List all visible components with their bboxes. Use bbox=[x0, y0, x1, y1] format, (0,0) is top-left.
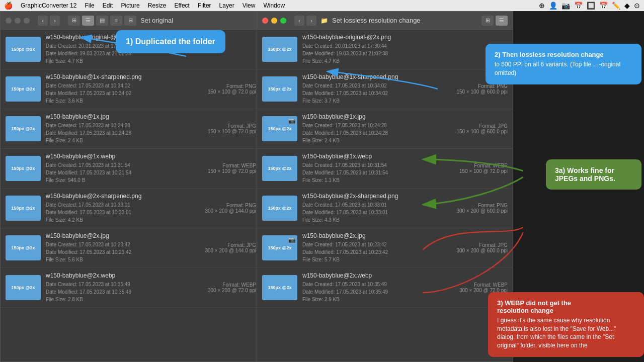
minimize-button-left[interactable] bbox=[15, 18, 21, 24]
menu-app[interactable]: GraphicConverter 12 bbox=[21, 2, 76, 9]
file-item[interactable]: 150px @2xw150-babyblue@1x.webpDate Creat… bbox=[1, 149, 261, 189]
file-metadata: Date Created: 17.05.2023 at 10:31:54 Dat… bbox=[46, 161, 186, 184]
file-item[interactable]: 150px @2xw150-babyblue@1x.webpDate Creat… bbox=[257, 149, 513, 189]
detail-view-left[interactable]: ≡ bbox=[110, 16, 122, 26]
file-info: w150-babyblue@1x.webpDate Created: 17.05… bbox=[302, 153, 437, 184]
apple-menu[interactable]: 🍎 bbox=[4, 2, 13, 10]
close-button-right[interactable] bbox=[262, 18, 268, 24]
menubar: 🍎 GraphicConverter 12 File Edit Picture … bbox=[0, 0, 644, 11]
callout-resolution-title: 2) Then lossless resolution change bbox=[495, 51, 632, 58]
file-item[interactable]: 150px @2xw150-babyblue@2x-sharpened.pngD… bbox=[1, 189, 261, 228]
file-metadata: Date Created: 17.05.2023 at 10:24:28 Dat… bbox=[302, 122, 437, 144]
file-item[interactable]: 150px @2xw150-babyblue@1x.jpgDate Create… bbox=[1, 109, 261, 149]
file-item[interactable]: 150px @2x📷w150-babyblue@1x.jpgDate Creat… bbox=[257, 109, 513, 149]
file-metadata: Date Created: 17.05.2023 at 10:31:54 Dat… bbox=[302, 161, 437, 184]
callout-resolution: 2) Then lossless resolution change to 60… bbox=[486, 44, 641, 84]
file-format: Format: PNG 150 × 100 @ 72.0 ppi bbox=[191, 83, 256, 95]
windows-container: ‹ › ⊞ ☰ ▤ ≡ ⊟ Set original 150px @2xw150… bbox=[0, 11, 644, 362]
menu-resize[interactable]: Resize bbox=[148, 2, 167, 9]
list-view-left[interactable]: ☰ bbox=[82, 16, 94, 26]
menu-picture[interactable]: Picture bbox=[121, 2, 139, 9]
file-thumbnail: 150px @2x bbox=[6, 196, 41, 221]
callout-webp-title: 3) WEBP did not get the resolution chang… bbox=[497, 299, 635, 314]
forward-button-right[interactable]: › bbox=[306, 16, 316, 26]
file-name: w150-babyblue@2x-sharpened.png bbox=[46, 193, 186, 200]
file-format: Format: JPG 300 × 200 @ 144.0 ppi bbox=[191, 242, 256, 253]
file-name: w150-babyblue@2x.webp bbox=[302, 272, 437, 279]
file-item[interactable]: 150px @2xw150-babyblue@2x.webpDate Creat… bbox=[1, 268, 261, 308]
file-name: w150-babyblue@1x.jpg bbox=[46, 113, 186, 120]
menu-file[interactable]: File bbox=[85, 2, 94, 9]
file-item[interactable]: 150px @2xw150-babyblue@2x.webpDate Creat… bbox=[257, 268, 513, 308]
menu-window[interactable]: Window bbox=[263, 2, 285, 9]
file-thumbnail: 150px @2x bbox=[6, 275, 41, 300]
window-title-right: Set lossless resolution change bbox=[332, 17, 421, 24]
file-format: Format: JPG 150 × 100 @ 72.0 ppi bbox=[191, 123, 256, 134]
file-item[interactable]: 150px @2x📷w150-babyblue@2x.jpgDate Creat… bbox=[257, 228, 513, 268]
file-name: w150-babyblue@1x.webp bbox=[302, 153, 437, 160]
file-metadata: Date Created: 17.05.2023 at 10:34:02 Dat… bbox=[302, 82, 437, 105]
file-metadata: Date Created: 17.05.2023 at 10:23:42 Dat… bbox=[302, 241, 437, 263]
file-info: w150-babyblue@1x-sharpened.pngDate Creat… bbox=[46, 73, 186, 105]
file-info: w150-babyblue@1x.jpgDate Created: 17.05.… bbox=[302, 113, 437, 144]
menu-layer[interactable]: Layer bbox=[219, 2, 234, 9]
file-format: Format: WEBP 300 × 200 @ 72.0 ppi bbox=[191, 282, 256, 293]
menu-effect[interactable]: Effect bbox=[174, 2, 189, 9]
strip-view-left[interactable]: ▤ bbox=[96, 16, 108, 26]
minimize-button-right[interactable] bbox=[271, 18, 277, 24]
list-view-right[interactable]: ☰ bbox=[496, 16, 508, 26]
camera-icon: 📷 bbox=[288, 117, 296, 124]
file-metadata: Date Created: 17.05.2023 at 10:35:49 Dat… bbox=[46, 281, 186, 303]
menu-icon-7: ✏️ bbox=[612, 2, 620, 10]
file-info: w150-babyblue@2x.jpgDate Created: 17.05.… bbox=[46, 232, 186, 263]
menu-view[interactable]: View bbox=[243, 2, 256, 9]
file-thumbnail: 150px @2x bbox=[262, 196, 297, 221]
maximize-button-left[interactable] bbox=[24, 18, 30, 24]
file-info: w150-babyblue@2x.webpDate Created: 17.05… bbox=[302, 272, 437, 303]
callout-works-fine-text: 3a) Works fine for JPEGs and PNGs. bbox=[555, 166, 615, 183]
file-item[interactable]: 150px @2xw150-babyblue-original-@2x.pngD… bbox=[257, 30, 513, 69]
file-thumbnail: 150px @2x bbox=[6, 37, 41, 62]
grid-view-right[interactable]: ⊞ bbox=[481, 16, 494, 26]
window-left: ‹ › ⊞ ☰ ▤ ≡ ⊟ Set original 150px @2xw150… bbox=[0, 11, 262, 362]
titlebar-right: ‹ › 📁 Set lossless resolution change ⊞ ☰ bbox=[257, 12, 513, 30]
window-right: ‹ › 📁 Set lossless resolution change ⊞ ☰… bbox=[257, 11, 513, 362]
callout-works-fine: 3a) Works fine for JPEGs and PNGs. bbox=[546, 159, 641, 190]
file-name: w150-babyblue@1x-sharpened.png bbox=[46, 73, 186, 80]
file-metadata: Date Created: 17.05.2023 at 10:34:02 Dat… bbox=[46, 82, 186, 105]
file-item[interactable]: 150px @2xw150-babyblue@1x-sharpened.pngD… bbox=[1, 69, 261, 109]
extra-view-left[interactable]: ⊟ bbox=[124, 16, 136, 26]
forward-button-left[interactable]: › bbox=[50, 16, 60, 26]
file-name: w150-babyblue@2x.webp bbox=[46, 272, 186, 279]
file-name: w150-babyblue@2x.jpg bbox=[302, 232, 437, 239]
file-metadata: Date Created: 17.05.2023 at 10:35:49 Dat… bbox=[302, 281, 437, 303]
titlebar-left: ‹ › ⊞ ☰ ▤ ≡ ⊟ Set original bbox=[1, 12, 261, 30]
file-name: w150-babyblue@2x-sharpened.png bbox=[302, 193, 437, 200]
maximize-button-right[interactable] bbox=[280, 18, 286, 24]
menu-edit[interactable]: Edit bbox=[103, 2, 113, 9]
file-item[interactable]: 150px @2xw150-babyblue@1x-sharpened.pngD… bbox=[257, 69, 513, 109]
file-format: Format: JPG 300 × 200 @ 600.0 ppi bbox=[442, 242, 508, 253]
menu-filter[interactable]: Filter bbox=[198, 2, 211, 9]
grid-view-left[interactable]: ⊞ bbox=[68, 16, 80, 26]
back-button-right[interactable]: ‹ bbox=[294, 16, 304, 26]
view-controls-left: ⊞ ☰ ▤ ≡ ⊟ bbox=[68, 16, 136, 26]
back-button-left[interactable]: ‹ bbox=[38, 16, 48, 26]
traffic-lights-left bbox=[6, 18, 30, 24]
file-item[interactable]: 150px @2xw150-babyblue@2x-sharpened.pngD… bbox=[257, 189, 513, 228]
file-list-right[interactable]: 150px @2xw150-babyblue-original-@2x.pngD… bbox=[257, 30, 513, 361]
callout-duplicate-text: 1) Duplicated the folder bbox=[126, 37, 215, 46]
menu-icon-3: 📷 bbox=[561, 2, 570, 10]
file-item[interactable]: 150px @2xw150-babyblue@2x.jpgDate Create… bbox=[1, 228, 261, 268]
close-button-left[interactable] bbox=[6, 18, 12, 24]
menu-icon-1: ⊕ bbox=[539, 2, 545, 10]
file-list-left[interactable]: 150px @2xw150-babyblue-original-@2x.pngD… bbox=[1, 30, 261, 361]
file-format: Format: JPG 150 × 100 @ 600.0 ppi bbox=[442, 123, 508, 134]
file-thumbnail: 150px @2x📷 bbox=[262, 116, 297, 141]
file-thumbnail: 150px @2x bbox=[262, 275, 297, 300]
file-format: Format: PNG 300 × 200 @ 600.0 ppi bbox=[442, 203, 508, 214]
folder-icon-right: 📁 bbox=[320, 17, 328, 24]
file-metadata: Date Created: 20.01.2023 at 17:30:44 Dat… bbox=[302, 42, 508, 65]
file-name: w150-babyblue@1x.jpg bbox=[302, 113, 437, 120]
camera-icon: 📷 bbox=[288, 236, 296, 243]
